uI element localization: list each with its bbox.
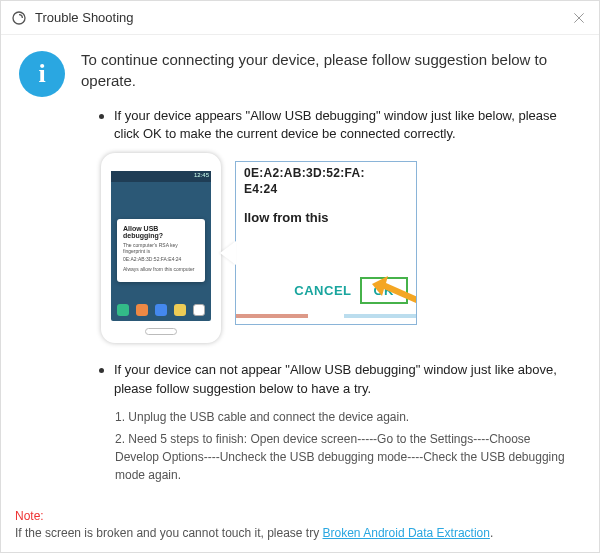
pointer-arrow-icon [370,276,417,306]
step-2: 2. Need 5 steps to finish: Open device s… [115,430,575,484]
bullet-text-1: If your device appears "Allow USB debugg… [114,107,575,143]
phone-dialog: Allow USB debugging? The computer's RSA … [117,219,205,282]
window-title: Trouble Shooting [35,10,569,25]
steps-list: 1. Unplug the USB cable and connect the … [115,408,575,484]
intro-row: i To continue connecting your device, pl… [19,49,575,97]
illustration: 12:45 Allow USB debugging? The computer'… [101,153,575,343]
note-text: If the screen is broken and you cannot t… [15,526,323,540]
instruction-list-2: If your device can not appear "Allow USB… [93,361,575,397]
note-block: Note: If the screen is broken and you ca… [15,508,585,542]
phone-mockup: 12:45 Allow USB debugging? The computer'… [101,153,221,343]
bullet-item-1: If your device appears "Allow USB debugg… [93,107,575,143]
bullet-dot [99,368,104,373]
dialog-body: i To continue connecting your device, pl… [1,35,599,552]
zoom-text: llow from this [244,210,408,225]
close-icon[interactable] [569,8,589,28]
note-label: Note: [15,509,44,523]
titlebar: Trouble Shooting [1,1,599,35]
zoom-panel: 0E:A2:AB:3D:52:FA: E4:24 llow from this … [235,161,417,325]
info-icon: i [19,51,65,97]
bullet-dot [99,114,104,119]
zoom-mac-1: 0E:A2:AB:3D:52:FA: [244,166,408,180]
svg-marker-1 [372,276,417,303]
app-icon [11,10,27,26]
step-1: 1. Unplug the USB cable and connect the … [115,408,575,426]
bullet-item-2: If your device can not appear "Allow USB… [93,361,575,397]
callout-arrow-icon [220,241,236,265]
zoom-cancel-label: CANCEL [294,283,351,298]
zoom-mac-2: E4:24 [244,182,408,196]
dialog-window: Trouble Shooting i To continue connectin… [0,0,600,553]
bullet-text-2: If your device can not appear "Allow USB… [114,361,575,397]
broken-android-link[interactable]: Broken Android Data Extraction [323,526,490,540]
instruction-list: If your device appears "Allow USB debugg… [93,107,575,143]
note-tail: . [490,526,493,540]
intro-text: To continue connecting your device, plea… [81,49,575,97]
phone-dialog-title: Allow USB debugging? [123,225,199,239]
svg-point-0 [13,12,25,24]
